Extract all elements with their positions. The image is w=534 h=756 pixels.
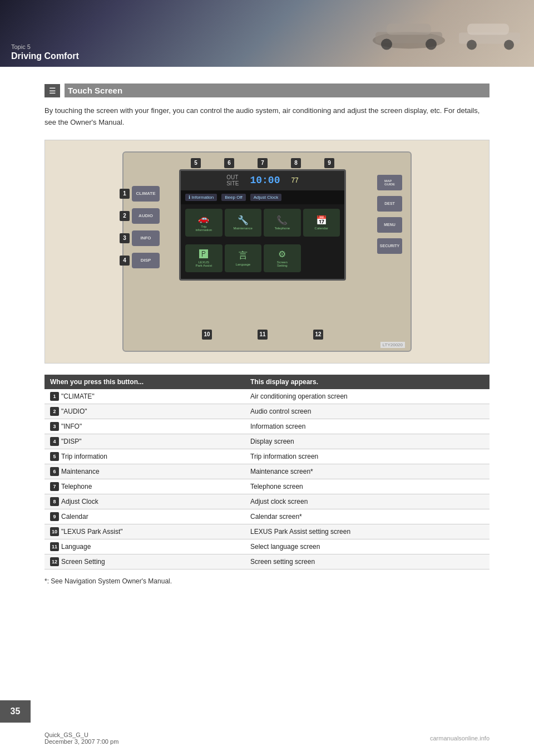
language-btn[interactable]: 言 Language	[225, 244, 262, 272]
table-cell-button: 4"DISP"	[44, 434, 245, 449]
table-row: 10"LEXUS Park Assist"LEXUS Park Assist s…	[44, 524, 490, 539]
adjustclock-btn[interactable]: Adjust Clock	[250, 194, 281, 201]
button-label: "CLIMATE"	[61, 392, 95, 400]
language-icon: 言	[239, 250, 248, 262]
car-silhouette-2	[456, 17, 523, 50]
footnote: *: See Navigation System Owner's Manual.	[44, 577, 490, 585]
row-badge-12: 12	[50, 557, 59, 566]
information-btn[interactable]: ℹ Information	[185, 194, 217, 201]
table-cell-display: Trip information screen	[245, 449, 490, 464]
row-badge-3: 3	[50, 422, 59, 431]
table-cell-display: Audio control screen	[245, 404, 490, 419]
table-cell-display: Maintenance screen*	[245, 464, 490, 479]
lexus-assist-btn[interactable]: 🅿 LEXUSPark Assist	[185, 244, 222, 272]
touch-icon: ☰	[49, 86, 56, 95]
table-cell-display: LEXUS Park Assist setting screen	[245, 524, 490, 539]
svg-point-4	[426, 39, 437, 50]
table-row: 12Screen SettingScreen setting screen	[44, 554, 490, 569]
telephone-icon: 📞	[276, 215, 288, 225]
row-badge-8: 8	[50, 497, 59, 506]
banner-cars	[370, 16, 523, 52]
diagram-inner: 5 6 7 8 9 1 CLIMATE 2 AUDIO 3 INFO	[122, 151, 412, 352]
beepoff-btn[interactable]: Beep Off	[221, 194, 245, 201]
maintenance-icon: 🔧	[238, 215, 249, 225]
table-row: 8Adjust ClockAdjust clock screen	[44, 494, 490, 509]
table-row: 3"INFO"Information screen	[44, 419, 490, 434]
footer-filename: Quick_GS_G_U December 3, 2007 7:00 pm	[44, 732, 118, 745]
map-guide-button[interactable]: MAPGUIDE	[377, 175, 402, 190]
button-label: Calendar	[61, 513, 88, 521]
row-badge-9: 9	[50, 512, 59, 521]
screen-top-bar: OUTSITE 10:00 77	[181, 171, 344, 190]
menu-button[interactable]: MENU	[377, 217, 402, 233]
top-badges: 5 6 7 8 9	[179, 158, 346, 168]
screen-icons-grid: 🚗 Tripinformation 🔧 Maintenance 📞 Teleph…	[181, 204, 344, 282]
badge-8: 8	[291, 158, 301, 168]
calendar-btn[interactable]: 📅 Calendar	[303, 209, 340, 237]
trip-info-btn[interactable]: 🚗 Tripinformation	[185, 209, 222, 237]
row-badge-10: 10	[50, 527, 59, 536]
badge-3: 3	[120, 233, 130, 243]
footer: Quick_GS_G_U December 3, 2007 7:00 pm ca…	[0, 732, 534, 745]
table-cell-button: 6Maintenance	[44, 464, 245, 479]
security-button[interactable]: SECURITY	[377, 238, 402, 254]
button-label: "LEXUS Park Assist"	[61, 528, 123, 536]
button-label: Maintenance	[61, 468, 100, 475]
button-label: Language	[61, 543, 91, 551]
svg-point-7	[467, 40, 477, 50]
table-row: 2"AUDIO"Audio control screen	[44, 404, 490, 419]
intro-text: By touching the screen with your finger,…	[44, 105, 490, 129]
diagram-container: 5 6 7 8 9 1 CLIMATE 2 AUDIO 3 INFO	[44, 140, 490, 364]
svg-rect-6	[467, 23, 509, 35]
header-text: Topic 5 Driving Comfort	[11, 43, 79, 61]
info-button[interactable]: 3 INFO	[132, 230, 160, 246]
svg-point-3	[381, 39, 392, 50]
table-cell-button: 2"AUDIO"	[44, 404, 245, 419]
section-title: Touch Screen	[65, 84, 490, 97]
table-row: 5Trip informationTrip information screen	[44, 449, 490, 464]
table-cell-display: Screen setting screen	[245, 554, 490, 569]
table-cell-display: Information screen	[245, 419, 490, 434]
table-header-col1: When you press this button...	[44, 375, 245, 389]
audio-button[interactable]: 2 AUDIO	[132, 208, 160, 224]
button-display-table: When you press this button... This displ…	[44, 375, 490, 570]
button-label: Telephone	[61, 483, 92, 490]
header-title: Driving Comfort	[11, 51, 79, 61]
button-label: "DISP"	[61, 438, 82, 445]
badge-6: 6	[224, 158, 234, 168]
telephone-btn[interactable]: 📞 Telephone	[264, 209, 301, 237]
table-cell-display: Display screen	[245, 434, 490, 449]
maintenance-btn[interactable]: 🔧 Maintenance	[225, 209, 262, 237]
badge-9: 9	[324, 158, 334, 168]
row-badge-4: 4	[50, 437, 59, 446]
temp-display: 77	[291, 176, 298, 184]
table-cell-button: 9Calendar	[44, 509, 245, 524]
page-number: 35	[0, 700, 31, 723]
table-row: 4"DISP"Display screen	[44, 434, 490, 449]
screen-setting-btn[interactable]: ⚙ ScreenSetting	[264, 244, 301, 272]
badge-10: 10	[202, 330, 212, 340]
climate-button[interactable]: 1 CLIMATE	[132, 186, 160, 202]
screen-content: 🚗 Tripinformation 🔧 Maintenance 📞 Teleph…	[181, 204, 344, 282]
right-side-buttons: MAPGUIDE DEST MENU SECURITY	[377, 175, 402, 254]
setting-icon: ⚙	[278, 249, 286, 259]
dest-button[interactable]: DEST	[377, 196, 402, 212]
section-title-icon: ☰	[44, 84, 60, 97]
left-side-buttons: 1 CLIMATE 2 AUDIO 3 INFO 4 DISP	[132, 186, 160, 268]
disp-button[interactable]: 4 DISP	[132, 253, 160, 268]
car-silhouette-1	[370, 16, 448, 52]
row-badge-2: 2	[50, 407, 59, 416]
button-label: "AUDIO"	[61, 408, 87, 415]
badge-7: 7	[258, 158, 268, 168]
table-cell-display: Calendar screen*	[245, 509, 490, 524]
diagram-code: LTY20020	[380, 342, 405, 348]
row-badge-7: 7	[50, 482, 59, 491]
table-cell-display: Telephone screen	[245, 479, 490, 494]
button-label: Screen Setting	[61, 558, 105, 566]
table-cell-display: Air conditioning operation screen	[245, 389, 490, 404]
table-cell-button: 8Adjust Clock	[44, 494, 245, 509]
svg-rect-2	[387, 24, 431, 35]
table-cell-button: 1"CLIMATE"	[44, 389, 245, 404]
table-row: 6MaintenanceMaintenance screen*	[44, 464, 490, 479]
badge-11: 11	[258, 330, 268, 340]
